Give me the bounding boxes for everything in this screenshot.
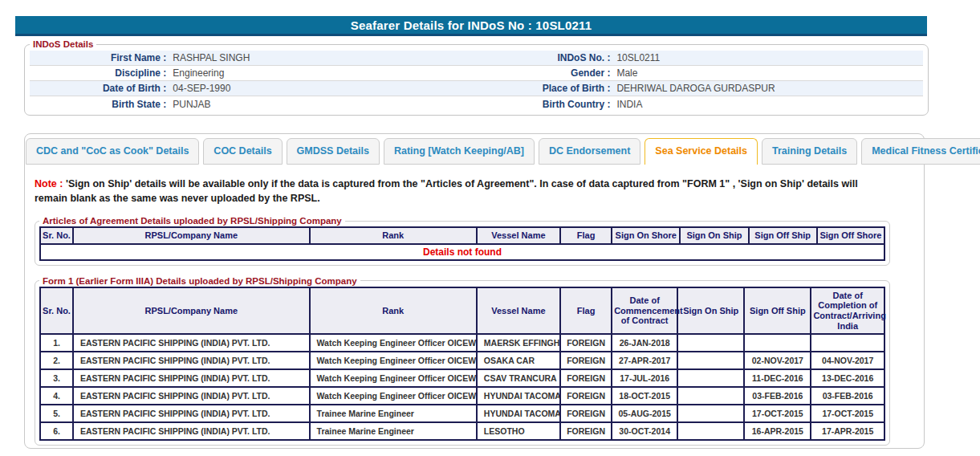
cell-sign-off-ship: 16-APR-2015 [744, 422, 811, 440]
col-rpsl-company: RPSL/Company Name [73, 287, 310, 335]
col-date-commencement: Date of Commencement of Contract [612, 287, 677, 335]
col-sign-off-shore: Sign Off Shore [817, 227, 884, 244]
cell-rank: Trainee Marine Engineer [310, 405, 477, 422]
cell-sign-on-ship [677, 334, 744, 352]
cell-sr-no: 6. [40, 422, 73, 440]
table-row: 5. EASTERN PACIFIC SHIPPING (INDIA) PVT.… [40, 405, 884, 422]
col-sign-on-ship: Sign On Ship [680, 227, 748, 244]
cell-sign-off-ship: 03-FEB-2016 [744, 387, 811, 405]
tab-rating-watch-keeping-ab[interactable]: Rating [Watch Keeping/AB] [384, 138, 535, 165]
birth-country-value: INDIA [610, 99, 923, 110]
table-row: 3. EASTERN PACIFIC SHIPPING (INDIA) PVT.… [40, 369, 884, 387]
tab-strip: CDC and "CoC as Cook" Details COC Detail… [25, 134, 924, 165]
col-rank: Rank [310, 287, 477, 335]
cell-vessel-name: OSAKA CAR [477, 352, 560, 369]
col-sign-off-ship: Sign Off Ship [749, 227, 817, 244]
cell-rank: Watch Keeping Engineer Officer OICEW [310, 334, 477, 352]
cell-date-completion: 03-FEB-2016 [811, 387, 884, 405]
cell-rank: Watch Keeping Engineer Officer OICEW [310, 352, 477, 369]
cell-vessel-name: LESOTHO [477, 422, 560, 440]
cell-rank: Watch Keeping Engineer Officer OICEW [310, 369, 477, 387]
table-row: 6. EASTERN PACIFIC SHIPPING (INDIA) PVT.… [40, 422, 884, 440]
tab-coc-details[interactable]: COC Details [203, 138, 282, 165]
cell-date-completion: 17-OCT-2015 [811, 405, 884, 422]
cell-rpsl-company: EASTERN PACIFIC SHIPPING (INDIA) PVT. LT… [73, 405, 310, 422]
cell-vessel-name: MAERSK EFFINGHAM [477, 334, 560, 352]
cell-date-commence: 26-JAN-2018 [612, 334, 677, 352]
cell-flag: FOREIGN [560, 422, 612, 440]
cell-date-commence: 17-JUL-2016 [612, 369, 677, 387]
first-name-label: First Name : [30, 52, 166, 63]
cell-flag: FOREIGN [560, 369, 612, 387]
place-of-birth-value: DEHRIWAL DAROGA GURDASPUR [610, 83, 923, 94]
col-sr-no: Sr. No. [40, 287, 73, 335]
cell-sign-off-ship: 11-DEC-2016 [744, 369, 811, 387]
col-vessel-name: Vessel Name [477, 227, 560, 244]
discipline-label: Discipline : [30, 67, 166, 79]
cell-vessel-name: HYUNDAI TACOMA [477, 387, 560, 405]
cell-sign-off-ship: 17-OCT-2015 [744, 405, 811, 422]
tab-dc-endorsement[interactable]: DC Endorsement [539, 138, 640, 165]
tab-training-details[interactable]: Training Details [762, 138, 857, 165]
page-title: Seafarer Details for INDoS No : 10SL0211 [15, 16, 927, 36]
cell-date-commence: 05-AUG-2015 [612, 405, 677, 422]
cell-rpsl-company: EASTERN PACIFIC SHIPPING (INDIA) PVT. LT… [73, 387, 310, 405]
cell-flag: FOREIGN [560, 334, 612, 352]
indos-details-section: INDoS Details First Name : RASHPAL SINGH… [24, 39, 929, 116]
tab-cdc-coc-as-cook-details[interactable]: CDC and "CoC as Cook" Details [26, 138, 199, 165]
table-row: 1. EASTERN PACIFIC SHIPPING (INDIA) PVT.… [40, 334, 884, 352]
date-of-birth-value: 04-SEP-1990 [166, 83, 476, 94]
cell-sr-no: 4. [40, 387, 73, 405]
date-of-birth-label: Date of Birth : [30, 83, 166, 94]
cell-sign-off-ship [744, 334, 811, 352]
gender-value: Male [610, 67, 923, 79]
cell-flag: FOREIGN [560, 387, 612, 405]
discipline-value: Engineering [166, 67, 476, 79]
cell-sr-no: 5. [40, 405, 73, 422]
col-date-completion: Date of Completion of Contract/Arriving … [811, 287, 884, 335]
cell-sign-on-ship [677, 422, 744, 440]
birth-state-label: Birth State : [30, 99, 166, 110]
col-sign-on-ship: Sign On Ship [677, 287, 744, 335]
tab-panel: CDC and "CoC as Cook" Details COC Detail… [24, 133, 925, 449]
form1-header-row: Sr. No. RPSL/Company Name Rank Vessel Na… [40, 287, 884, 335]
cell-sign-on-ship [677, 352, 744, 369]
cell-date-commence: 27-APR-2017 [612, 352, 677, 369]
cell-date-completion: 13-DEC-2016 [811, 369, 884, 387]
note-body: 'Sign on Ship' details will be available… [35, 178, 858, 204]
tab-gmdss-details[interactable]: GMDSS Details [287, 138, 380, 165]
cell-sign-on-ship [677, 405, 744, 422]
tab-medical-fitness-certificate[interactable]: Medical Fitness Certificate [861, 138, 980, 165]
detail-row-name: First Name : RASHPAL SINGH INDoS No. : 1… [30, 51, 923, 66]
col-sr-no: Sr. No. [40, 227, 73, 244]
cell-date-completion [811, 334, 884, 352]
col-sign-off-ship: Sign Off Ship [744, 287, 811, 335]
articles-empty-row: Details not found [40, 244, 884, 260]
form1-table-title: Form 1 (Earlier Form IIIA) Details uploa… [39, 276, 360, 286]
cell-rank: Watch Keeping Engineer Officer OICEW [310, 387, 477, 405]
cell-flag: FOREIGN [560, 352, 612, 369]
articles-table-title: Articles of Agreement Details uploaded b… [39, 216, 345, 226]
cell-rpsl-company: EASTERN PACIFIC SHIPPING (INDIA) PVT. LT… [73, 352, 310, 369]
cell-sr-no: 3. [40, 369, 73, 387]
tab-sea-service-details[interactable]: Sea Service Details [645, 138, 758, 165]
table-row: 2. EASTERN PACIFIC SHIPPING (INDIA) PVT.… [40, 352, 884, 369]
first-name-value: RASHPAL SINGH [166, 52, 476, 63]
cell-vessel-name: CSAV TRANCURA [477, 369, 560, 387]
note-prefix: Note : [35, 178, 63, 189]
cell-sign-on-ship [677, 387, 744, 405]
table-row: 4. EASTERN PACIFIC SHIPPING (INDIA) PVT.… [40, 387, 884, 405]
cell-rpsl-company: EASTERN PACIFIC SHIPPING (INDIA) PVT. LT… [73, 334, 310, 352]
detail-row-birth: Date of Birth : 04-SEP-1990 Place of Bir… [30, 81, 923, 96]
cell-sr-no: 2. [40, 352, 73, 369]
col-sign-on-shore: Sign On Shore [612, 227, 680, 244]
cell-date-commence: 30-OCT-2014 [612, 422, 677, 440]
birth-country-label: Birth Country : [476, 99, 610, 110]
cell-date-commence: 18-OCT-2015 [612, 387, 677, 405]
col-rpsl-company: RPSL/Company Name [73, 227, 310, 244]
cell-sr-no: 1. [40, 334, 73, 352]
cell-rpsl-company: EASTERN PACIFIC SHIPPING (INDIA) PVT. LT… [73, 369, 310, 387]
form1-table: Sr. No. RPSL/Company Name Rank Vessel Na… [39, 287, 885, 442]
cell-vessel-name: HYUNDAI TACOMA [477, 405, 560, 422]
articles-header-row: Sr. No. RPSL/Company Name Rank Vessel Na… [40, 227, 884, 244]
